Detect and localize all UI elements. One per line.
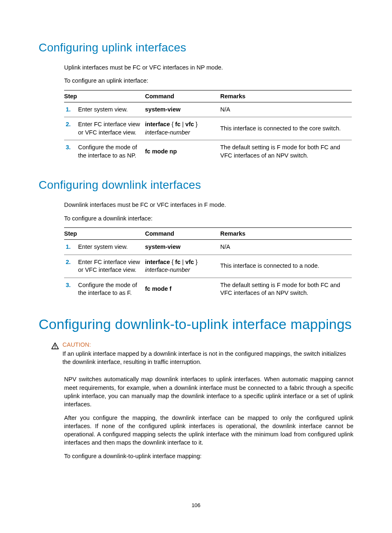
step-command: interface { fc | vfc } interface-number (143, 255, 219, 278)
table-row: 3. Configure the mode of the interface t… (64, 140, 352, 163)
step-remarks: N/A (219, 102, 352, 117)
step-number: 1. (64, 240, 76, 255)
step-remarks: This interface is connected to the core … (219, 117, 352, 140)
col-step: Step (64, 90, 143, 102)
table-row: 2. Enter FC interface view or VFC interf… (64, 255, 352, 278)
svg-point-1 (55, 348, 55, 348)
step-command: system-view (143, 240, 219, 255)
paragraph: To configure an uplink interface: (64, 76, 353, 85)
step-desc: Enter FC interface view or VFC interface… (76, 117, 143, 140)
caution-label: CAUTION: (62, 341, 353, 348)
step-desc: Enter FC interface view or VFC interface… (76, 255, 143, 278)
step-remarks: The default setting is F mode for both F… (219, 278, 352, 301)
step-command: fc mode f (143, 278, 219, 301)
paragraph: After you configure the mapping, the dow… (64, 414, 353, 447)
heading-uplink: Configuring uplink interfaces (39, 41, 353, 54)
page-number: 106 (0, 502, 392, 508)
step-desc: Enter system view. (76, 240, 143, 255)
caution-body: If an uplink interface mapped by a downl… (62, 350, 353, 366)
step-desc: Configure the mode of the interface to a… (76, 140, 143, 163)
step-remarks: The default setting is F mode for both F… (219, 140, 352, 163)
step-number: 3. (64, 278, 76, 301)
col-command: Command (143, 90, 219, 102)
paragraph: Downlink interfaces must be FC or VFC in… (64, 201, 353, 209)
table-row: 2. Enter FC interface view or VFC interf… (64, 117, 352, 140)
step-remarks: N/A (219, 240, 352, 255)
paragraph: To configure a downlink-to-uplink interf… (64, 452, 353, 460)
table-row: 1. Enter system view. system-view N/A (64, 240, 352, 255)
step-command: fc mode np (143, 140, 219, 163)
step-number: 2. (64, 255, 76, 278)
heading-downlink: Configuring downlink interfaces (39, 178, 353, 192)
step-number: 2. (64, 117, 76, 140)
col-remarks: Remarks (219, 90, 352, 102)
heading-mappings: Configuring downlink-to-uplink interface… (39, 316, 353, 332)
caution-block: CAUTION: If an uplink interface mapped b… (51, 341, 353, 366)
paragraph: Uplink interfaces must be FC or VFC inte… (64, 63, 353, 72)
paragraph: To configure a downlink interface: (64, 214, 353, 222)
table-row: 3. Configure the mode of the interface t… (64, 278, 352, 301)
step-number: 3. (64, 140, 76, 163)
col-command: Command (143, 228, 219, 240)
step-remarks: This interface is connected to a node. (219, 255, 352, 278)
step-command: system-view (143, 102, 219, 117)
col-step: Step (64, 228, 143, 240)
col-remarks: Remarks (219, 228, 352, 240)
step-number: 1. (64, 102, 76, 117)
table-row: 1. Enter system view. system-view N/A (64, 102, 352, 117)
step-desc: Enter system view. (76, 102, 143, 117)
caution-icon (51, 341, 62, 351)
downlink-table: Step Command Remarks 1. Enter system vie… (64, 227, 352, 301)
paragraph: NPV switches automatically map downlink … (64, 375, 353, 408)
step-command: interface { fc | vfc } interface-number (143, 117, 219, 140)
uplink-table: Step Command Remarks 1. Enter system vie… (64, 90, 352, 163)
step-desc: Configure the mode of the interface to a… (76, 278, 143, 301)
